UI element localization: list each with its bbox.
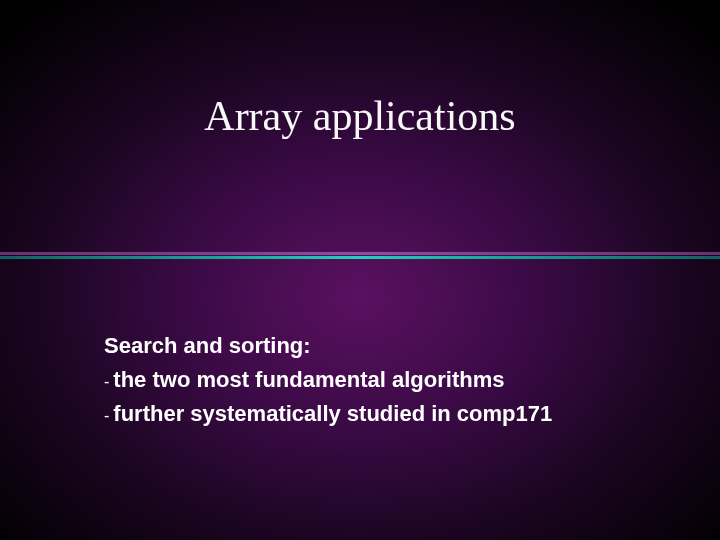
divider-line-purple bbox=[0, 252, 720, 255]
divider bbox=[0, 252, 720, 260]
slide-title: Array applications bbox=[0, 92, 720, 140]
body-item-text: the two most fundamental algorithms bbox=[113, 367, 504, 392]
divider-line-teal bbox=[0, 256, 720, 259]
body-text: Search and sorting: -the two most fundam… bbox=[104, 330, 660, 432]
body-item: -the two most fundamental algorithms bbox=[104, 364, 660, 396]
slide: Array applications Search and sorting: -… bbox=[0, 0, 720, 540]
body-item-text: further systematically studied in comp17… bbox=[113, 401, 552, 426]
body-heading: Search and sorting: bbox=[104, 330, 660, 362]
bullet-dash: - bbox=[104, 407, 109, 424]
bullet-dash: - bbox=[104, 373, 109, 390]
body-item: -further systematically studied in comp1… bbox=[104, 398, 660, 430]
